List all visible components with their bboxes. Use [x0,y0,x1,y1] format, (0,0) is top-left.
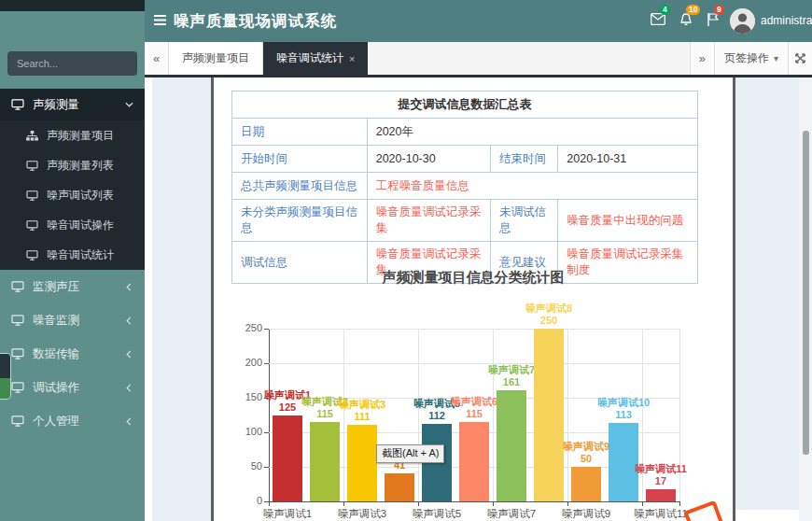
y-axis-tick [264,467,269,468]
chart-bar[interactable] [347,425,377,501]
app-root: 声频测量 声频测量项目 声频测量列表 [0,0,812,521]
desktop-icon [11,281,24,292]
y-axis-label: 250 [231,322,262,333]
desktop-icon [26,161,38,171]
y-axis-label: 200 [231,357,262,368]
sidebar-item-zaoyin-tiaoshi-tongji[interactable]: 噪音调试统计 [0,240,145,270]
desktop-icon [11,348,24,359]
table-value-link: 噪音质量中出现的问题 [558,200,698,242]
scrollbar-thumb[interactable] [803,131,809,455]
user-name[interactable]: administrator [761,0,812,42]
desktop-icon [11,415,24,427]
table-label: 日期 [232,119,368,146]
notifications-badge: 10 [686,5,700,15]
gridline-horizontal [269,363,679,364]
app-header: 噪声质量现场调试系统 4 10 9 administrator [145,0,812,42]
sidebar-item-label: 噪声调试列表 [47,188,114,204]
tabs-scroll-right-button[interactable]: » [690,42,714,75]
tab-bar: « 声频测量项目 噪音调试统计 × » 页签操作 ▾ [145,42,812,77]
messages-badge: 4 [660,5,670,15]
bar-label: 噪声调试6115 [451,396,497,420]
x-axis-tick [269,501,270,506]
bar-label: 噪声调试8250 [525,303,572,327]
chevron-left-icon [126,283,132,291]
screenshot-tooltip: 截图(Alt + A) [376,444,444,463]
chart-bar[interactable] [534,329,564,501]
table-label: 未分类声频测量项目信息 [232,200,368,242]
tab-bar-actions: » 页签操作 ▾ [690,42,812,75]
tabs-scroll-left-button[interactable]: « [145,42,169,75]
table-label: 总共声频测量项目信息 [232,173,368,200]
tab-zaoyin-tiaoshi-tongji[interactable]: 噪音调试统计 × [263,42,368,75]
table-value-link: 噪音质量调试记录采集 [367,200,490,242]
notifications-bell-icon[interactable] [679,13,693,27]
content-area: 提交调试信息数据汇总表 日期 2020年 开始时间 2020-10-30 结束时… [145,77,812,521]
sidebar-item-shuju-chuanshu[interactable]: 数据传输 [0,337,145,371]
sidebar-item-zaosheng-tiaoshi-liebiao[interactable]: 噪声调试列表 [0,180,145,210]
bar-label: 噪声调试10113 [597,397,650,421]
chart-bar[interactable] [646,489,676,501]
chart-bar[interactable] [385,473,414,501]
sidebar: 声频测量 声频测量项目 声频测量列表 [0,0,145,521]
user-avatar[interactable] [730,8,755,34]
chart-bar[interactable] [459,422,489,501]
sidebar-item-label: 声频测量项目 [47,128,114,144]
sidebar-item-shengpin-celiang[interactable]: 声频测量 [0,89,145,120]
gridline-horizontal [269,329,679,330]
sidebar-item-label: 声频测量列表 [47,158,114,174]
sidebar-item-zaoyin-jiance[interactable]: 噪音监测 [0,303,145,337]
chart-bar[interactable] [497,390,526,501]
table-label: 未调试信息 [490,200,557,242]
floating-side-handle[interactable] [0,353,11,400]
search-input[interactable] [7,58,155,69]
messages-icon[interactable] [651,13,665,25]
chart-bar[interactable] [609,423,638,501]
summary-table-title: 提交调试信息数据汇总表 [232,92,698,119]
y-axis-label: 0 [231,495,262,506]
sidebar-item-zaoyin-tiaoshi-caozuo[interactable]: 噪音调试操作 [0,210,145,240]
bar-chart-plot: 050100150200250噪声调试1125噪声调试2115噪声调试3111噪… [269,329,679,501]
y-axis-label: 100 [231,426,262,437]
content-panel: 提交调试信息数据汇总表 日期 2020年 开始时间 2020-10-30 结束时… [214,77,733,521]
y-axis-tick [264,432,269,433]
x-axis-label: 噪声调试5 [413,507,461,521]
table-label: 结束时间 [490,146,557,173]
chevron-left-icon [126,317,132,325]
sidebar-item-shengpin-liebiao[interactable]: 声频测量列表 [0,150,145,180]
y-axis-tick [264,329,269,330]
sidebar-item-shengpin-xiangmu[interactable]: 声频测量项目 [0,120,145,150]
x-axis-tick [418,501,419,506]
tab-close-icon[interactable]: × [349,53,355,64]
sitemap-icon [26,131,38,141]
app-title: 噪声质量现场调试系统 [174,0,337,42]
fullscreen-toggle-button[interactable] [788,42,812,75]
table-label: 开始时间 [232,146,368,173]
sidebar-item-label: 噪音监测 [33,313,79,329]
y-axis-tick [264,363,269,364]
bar-label: 噪声调试950 [563,441,609,465]
y-axis-label: 50 [231,460,262,472]
tab-shengpin-celiang-xiangmu[interactable]: 声频测量项目 [169,42,263,75]
chart-bar[interactable] [310,422,340,501]
y-axis-label: 150 [231,391,262,402]
table-value: 2020-10-30 [367,146,490,173]
sidebar-item-jiance-shengya[interactable]: 监测声压 [0,270,145,303]
summary-table: 提交调试信息数据汇总表 日期 2020年 开始时间 2020-10-30 结束时… [231,91,698,284]
sidebar-item-label: 个人管理 [33,414,79,429]
tab-operations-dropdown[interactable]: 页签操作 ▾ [714,42,788,75]
sidebar-item-geren-guanli[interactable]: 个人管理 [0,404,145,438]
chevron-left-icon [126,417,132,426]
sidebar-item-tiaoshi-caozuo[interactable]: 调试操作 [0,371,145,404]
scrollbar-track[interactable] [799,77,812,521]
chart-bar[interactable] [571,467,601,501]
flag-icon[interactable] [707,13,719,26]
content-gutter-left [152,77,211,521]
hamburger-menu-icon[interactable] [154,15,166,25]
chart-bar[interactable] [273,415,302,502]
sidebar-item-label: 监测声压 [33,279,79,295]
x-axis-tick [567,501,568,506]
table-value: 2020-10-31 [558,146,698,173]
sidebar-item-label: 声频测量 [33,97,79,113]
x-axis-label: 噪声调试3 [338,507,386,521]
x-axis-label: 噪声调试9 [562,507,610,521]
